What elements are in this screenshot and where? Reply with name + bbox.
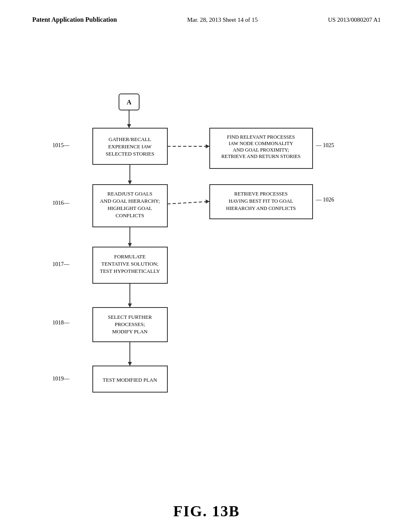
- svg-text:HIGHLIGHT GOAL: HIGHLIGHT GOAL: [108, 205, 152, 211]
- svg-text:1017—: 1017—: [52, 261, 70, 267]
- svg-rect-46: [210, 185, 313, 219]
- svg-marker-10: [128, 181, 132, 185]
- svg-rect-33: [93, 366, 167, 392]
- svg-text:TEST HYPOTHETICALLY: TEST HYPOTHETICALLY: [100, 268, 160, 274]
- svg-text:SELECTED STORIES: SELECTED STORIES: [106, 151, 154, 157]
- svg-rect-0: [119, 94, 139, 110]
- svg-text:— 1025: — 1025: [315, 142, 334, 148]
- svg-marker-37: [206, 144, 210, 148]
- svg-text:AND GOAL HIERARCHY;: AND GOAL HIERARCHY;: [100, 198, 160, 204]
- svg-rect-38: [210, 128, 313, 168]
- svg-rect-26: [93, 308, 167, 342]
- svg-text:TENTATIVE SOLUTION;: TENTATIVE SOLUTION;: [101, 261, 159, 267]
- svg-marker-32: [128, 362, 132, 366]
- page-header: Patent Application Publication Mar. 28, …: [0, 0, 413, 31]
- svg-text:EXPERIENCE IAW: EXPERIENCE IAW: [108, 143, 152, 150]
- svg-text:1019—: 1019—: [52, 376, 70, 382]
- svg-text:MODIFY PLAN: MODIFY PLAN: [112, 328, 148, 335]
- svg-rect-4: [93, 128, 167, 164]
- svg-text:IAW NODE COMMONALITY: IAW NODE COMMONALITY: [229, 141, 293, 146]
- svg-text:FIND RELEVANT PROCESSES: FIND RELEVANT PROCESSES: [227, 134, 295, 140]
- svg-text:TEST MODIFIED PLAN: TEST MODIFIED PLAN: [103, 377, 157, 383]
- svg-text:RETRIEVE AND RETURN STORIES: RETRIEVE AND RETURN STORIES: [221, 154, 301, 159]
- svg-marker-25: [128, 303, 132, 308]
- svg-text:HAVING BEST FIT TO GOAL: HAVING BEST FIT TO GOAL: [229, 198, 293, 204]
- svg-text:SELECT FURTHER: SELECT FURTHER: [108, 314, 152, 320]
- svg-text:— 1026: — 1026: [315, 197, 334, 203]
- connector-svg: A GATHER/RECALL EXPERIENCE IAW SELECTED …: [0, 31, 413, 475]
- svg-text:1016—: 1016—: [52, 200, 70, 206]
- svg-text:FORMULATE: FORMULATE: [114, 254, 146, 260]
- diagram-area: A GATHER/RECALL EXPERIENCE IAW SELECTED …: [0, 31, 413, 475]
- header-patent-number: US 2013/0080207 A1: [328, 17, 381, 23]
- svg-text:RETRIEVE PROCESSES: RETRIEVE PROCESSES: [234, 191, 288, 197]
- svg-text:READJUST GOALS: READJUST GOALS: [107, 191, 152, 197]
- svg-text:GATHER/RECALL: GATHER/RECALL: [108, 136, 151, 142]
- svg-marker-45: [206, 200, 210, 204]
- svg-text:HIERARCHY AND CONFLICTS: HIERARCHY AND CONFLICTS: [226, 206, 296, 211]
- svg-text:CONFLICTS: CONFLICTS: [116, 212, 144, 218]
- svg-line-44: [167, 202, 209, 204]
- svg-text:1015—: 1015—: [52, 142, 70, 148]
- header-publication-label: Patent Application Publication: [32, 16, 117, 23]
- figure-caption: FIG. 13B: [173, 502, 240, 520]
- svg-marker-3: [127, 124, 131, 128]
- svg-rect-19: [93, 247, 167, 283]
- svg-text:PROCESSES;: PROCESSES;: [115, 321, 145, 327]
- svg-text:AND GOAL PROXIMITY;: AND GOAL PROXIMITY;: [233, 147, 289, 153]
- svg-text:A: A: [127, 99, 131, 106]
- svg-rect-11: [93, 185, 167, 227]
- svg-text:1018—: 1018—: [52, 320, 70, 326]
- svg-marker-18: [128, 243, 132, 247]
- header-date-sheet: Mar. 28, 2013 Sheet 14 of 15: [187, 17, 258, 23]
